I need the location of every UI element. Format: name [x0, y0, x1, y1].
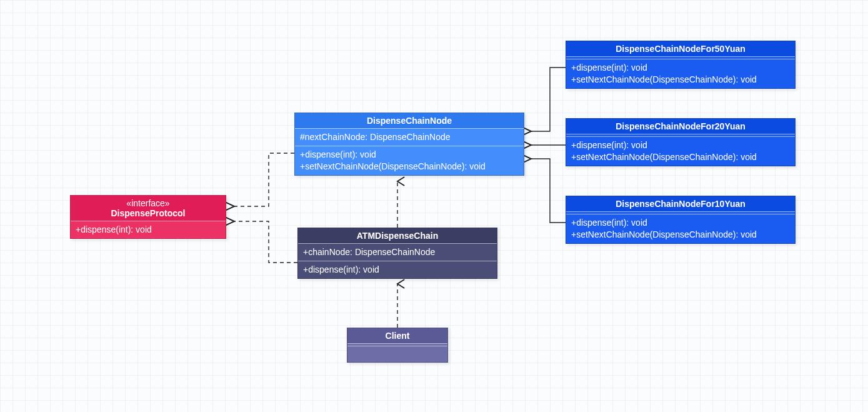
method-row: +dispense(int): void: [571, 217, 790, 229]
class-name: DispenseChainNode: [295, 113, 524, 128]
class-name: DispenseChainNodeFor50Yuan: [566, 41, 795, 56]
method-row: +dispense(int): void: [303, 264, 492, 276]
edge-node10-extends-chainnode: [531, 159, 566, 223]
method-row: +dispense(int): void: [571, 139, 790, 151]
class-name: DispenseChainNodeFor20Yuan: [566, 119, 795, 134]
attr-row: +chainNode: DispenseChainNode: [303, 246, 492, 258]
method-row: +dispense(int): void: [300, 149, 519, 161]
method-row: +setNextChainNode(DispenseChainNode): vo…: [571, 229, 790, 241]
method-row: +dispense(int): void: [76, 224, 221, 236]
class-node-20-yuan[interactable]: DispenseChainNodeFor20Yuan +dispense(int…: [566, 118, 796, 166]
method-row: +setNextChainNode(DispenseChainNode): vo…: [571, 74, 790, 86]
class-atm-dispense-chain[interactable]: ATMDispenseChain +chainNode: DispenseCha…: [297, 228, 497, 279]
method-row: +dispense(int): void: [571, 62, 790, 74]
class-client[interactable]: Client: [347, 328, 448, 363]
method-row: +setNextChainNode(DispenseChainNode): vo…: [300, 161, 519, 173]
class-name: DispenseChainNodeFor10Yuan: [566, 196, 795, 211]
edge-chainnode-realizes-protocol: [234, 153, 294, 206]
class-node-10-yuan[interactable]: DispenseChainNodeFor10Yuan +dispense(int…: [566, 196, 796, 244]
edge-atm-realizes-protocol: [234, 221, 297, 263]
edge-node50-extends-chainnode: [531, 68, 566, 131]
class-name: ATMDispenseChain: [298, 228, 497, 243]
attr-row: #nextChainNode: DispenseChainNode: [300, 131, 519, 143]
class-dispense-chain-node[interactable]: DispenseChainNode #nextChainNode: Dispen…: [294, 113, 524, 176]
class-name: DispenseProtocol: [76, 208, 221, 218]
method-row: +setNextChainNode(DispenseChainNode): vo…: [571, 151, 790, 163]
class-node-50-yuan[interactable]: DispenseChainNodeFor50Yuan +dispense(int…: [566, 41, 796, 89]
class-name: Client: [347, 328, 447, 343]
stereotype-label: «interface»: [76, 198, 221, 208]
empty-methods: [347, 346, 447, 362]
class-dispense-protocol[interactable]: «interface» DispenseProtocol +dispense(i…: [70, 195, 226, 239]
